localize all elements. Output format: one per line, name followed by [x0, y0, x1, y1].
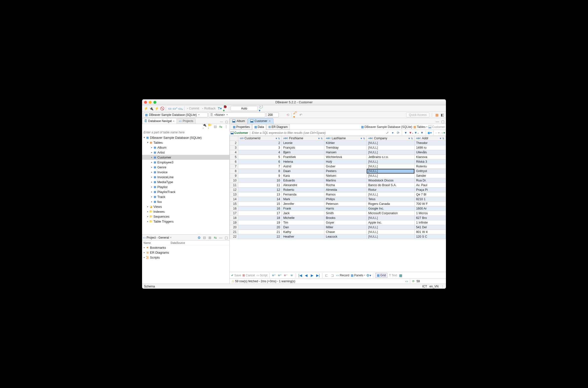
- debug-icon[interactable]: 🐞▾: [223, 106, 228, 111]
- close-icon[interactable]: ✕: [269, 120, 271, 123]
- panels-button[interactable]: ▦Panels ▾: [351, 274, 365, 277]
- filter-apply-icon[interactable]: ▼: [404, 131, 408, 135]
- transaction-mode-icon[interactable]: T▾: [218, 106, 222, 111]
- tree-tables-folder[interactable]: ▼▦Tables: [142, 140, 229, 145]
- column-header-company[interactable]: ABCCompany▼⇅: [367, 136, 415, 141]
- table-row[interactable]: 1919TimGoyerApple Inc.1 Infinite: [230, 220, 446, 225]
- history-icon[interactable]: 🕘▾: [259, 106, 263, 111]
- new-connection-icon[interactable]: 🔌: [149, 106, 153, 111]
- tree-table-invoice[interactable]: ▸▦Invoice: [142, 170, 229, 174]
- history-dropdown-icon[interactable]: ▾: [390, 131, 395, 135]
- rownum-header[interactable]: [230, 136, 238, 141]
- tree-table-playlist[interactable]: ▸▦Playlist: [142, 184, 229, 189]
- order-icon[interactable]: ◉▾: [427, 131, 432, 135]
- first-page-icon[interactable]: |◀: [298, 273, 302, 278]
- schema-selector[interactable]: 🗄<None>▼: [209, 112, 265, 117]
- editor-tab-album[interactable]: Album: [230, 118, 248, 124]
- tree-folder-table-triggers[interactable]: ▸📁Table Triggers: [142, 219, 229, 224]
- table-row[interactable]: 1010EduardoMartinsWoodstock DiscosRua Dr…: [230, 178, 446, 183]
- perspective-default-icon[interactable]: ◧: [440, 113, 444, 117]
- table-row[interactable]: 1818MichelleBrooks[NULL]627 Bro: [230, 216, 446, 220]
- filter-settings-icon[interactable]: ▼: [420, 131, 424, 135]
- tree-table-customer[interactable]: ▸▦Customer: [142, 155, 229, 160]
- refresh-icon[interactable]: ⟳: [396, 131, 400, 135]
- export-icon[interactable]: ▦: [399, 273, 403, 278]
- isolation-level-input[interactable]: [230, 106, 258, 111]
- nav-forward-icon[interactable]: →▾: [440, 131, 445, 135]
- minimize-view-icon[interactable]: —: [435, 119, 439, 124]
- refresh-icon[interactable]: ⟳: [412, 280, 415, 283]
- fetch-size-icon[interactable]: ⊏: [324, 273, 329, 278]
- tree-table-invoiceline[interactable]: ▸▦InvoiceLine: [142, 174, 229, 179]
- config-icon[interactable]: ⚙▾: [366, 273, 371, 278]
- minimize-view-icon[interactable]: —: [219, 235, 223, 240]
- row-limit-input[interactable]: [266, 112, 279, 117]
- column-header-addr[interactable]: ABCAddr▼⇅: [414, 136, 446, 141]
- nav-connect-icon[interactable]: 🔌⁺: [202, 124, 207, 129]
- nav-collapse-icon[interactable]: ⊟: [213, 124, 218, 129]
- close-icon[interactable]: ✕: [170, 236, 172, 239]
- nav-new-folder-icon[interactable]: 📁⁺: [208, 124, 212, 129]
- maximize-view-icon[interactable]: ▢: [224, 235, 229, 240]
- rollback-button[interactable]: ▫Rollback: [201, 107, 217, 110]
- column-header-lastname[interactable]: ABCLastName▼⇅: [324, 136, 367, 141]
- tree-folder-indexes[interactable]: ▸📁Indexes: [142, 209, 229, 214]
- tab-database-navigator[interactable]: 🗄Database Navigat✕: [142, 118, 177, 124]
- quick-access-input[interactable]: Quick Access: [406, 112, 429, 117]
- tree-table-mediatype[interactable]: ▸▦MediaType: [142, 179, 229, 184]
- table-row[interactable]: 1313FernandaRamos[NULL]Qe 7 Bl: [230, 192, 446, 197]
- datasource-selector[interactable]: ▦DBeaver Sample Database (SQLite)▼: [144, 112, 208, 117]
- row-count-icon[interactable]: ▭: [405, 280, 408, 283]
- maximize-view-icon[interactable]: ▢: [440, 119, 445, 124]
- tree-views-folder[interactable]: ▸◪Views: [142, 204, 229, 209]
- expand-icon[interactable]: ⤢: [385, 131, 389, 135]
- subtab-properties[interactable]: ▦Properties: [230, 124, 252, 130]
- record-mode-button[interactable]: ▭Record: [336, 274, 349, 277]
- nav-link-icon[interactable]: ⇆: [219, 124, 223, 129]
- tree-folder-sequences[interactable]: ▸📁Sequences: [142, 214, 229, 219]
- add-icon[interactable]: ⊞: [208, 235, 212, 240]
- prev-page-icon[interactable]: ◀: [304, 273, 308, 278]
- sql-editor-recent-icon[interactable]: ▭ᵥ: [178, 106, 183, 111]
- add-row-icon[interactable]: ≡⁺: [272, 273, 276, 278]
- script-button[interactable]: ▭Script: [256, 274, 268, 277]
- delete-row-icon[interactable]: ≡⁻: [283, 273, 288, 278]
- table-row[interactable]: 77AstridGruber[NULL]Rotentu: [230, 164, 446, 169]
- table-row[interactable]: 1515JenniferPetersonRogers Canada700 W F: [230, 202, 446, 206]
- navigator-tree[interactable]: ▼▦DBeaver Sample Database (SQLite) ▼▦Tab…: [142, 135, 229, 224]
- tree-table-genre[interactable]: ▸▦Genre: [142, 165, 229, 170]
- project-item-bookmarks[interactable]: ▸★Bookmarks: [142, 245, 229, 250]
- duplicate-row-icon[interactable]: ≡⁺: [278, 273, 282, 278]
- connect-icon[interactable]: ⚡: [144, 106, 148, 111]
- editor-tab-customer[interactable]: Customer ✕: [248, 118, 274, 124]
- table-row[interactable]: 22LeonieKöhler[NULL]Theodor: [230, 141, 446, 146]
- tree-table-artist[interactable]: ▸▦Artist: [142, 150, 229, 155]
- link-icon[interactable]: ⇆: [213, 235, 218, 240]
- table-row[interactable]: 1414MarkPhilipsTelus8210 1: [230, 197, 446, 202]
- maximize-view-icon[interactable]: ▢: [225, 120, 229, 124]
- subtab-data[interactable]: ▦Data: [252, 124, 266, 130]
- table-row[interactable]: 2121KathyChase[NULL]801 W 4: [230, 230, 446, 234]
- tree-table-employee3[interactable]: ▸▦Employee3: [142, 160, 229, 165]
- column-header-customerid[interactable]: 123CustomerId▼⇅: [238, 136, 282, 141]
- column-header-firstname[interactable]: ABCFirstName▼⇅: [282, 136, 324, 141]
- tree-table-foo[interactable]: ▸▦foo: [142, 199, 229, 204]
- table-row[interactable]: 1616FrankHarrisGoogle Inc.1600 Ar: [230, 206, 446, 211]
- invalidate-icon[interactable]: 🚫: [160, 106, 164, 111]
- table-row[interactable]: 66HelenaHolý[NULL]Rilská 3: [230, 160, 446, 164]
- nav-back-icon[interactable]: ←▾: [435, 131, 439, 135]
- sql-editor-icon[interactable]: ▭: [167, 106, 172, 111]
- disconnect-icon[interactable]: ⚡: [154, 106, 159, 111]
- perspective-icon[interactable]: ▦: [435, 113, 439, 117]
- tree-table-playlisttrack[interactable]: ▸▦PlaylistTrack: [142, 189, 229, 194]
- last-page-icon[interactable]: ▶|: [316, 273, 320, 278]
- close-icon[interactable]: ✕: [173, 120, 175, 122]
- edit-row-icon[interactable]: ≡: [289, 273, 294, 278]
- tx-log-icon[interactable]: ⟲: [286, 113, 290, 117]
- save-button[interactable]: ✔Save: [231, 274, 241, 277]
- table-row[interactable]: 44BjørnHansen[NULL]Ullevåls: [230, 150, 446, 155]
- collapse-icon[interactable]: ⊟: [202, 235, 207, 240]
- tab-projects[interactable]: ▭Projects: [177, 118, 195, 124]
- sql-editor-new-icon[interactable]: ▭⁺: [173, 106, 177, 111]
- table-row[interactable]: 1717JackSmithMicrosoft Corporation1 Micr…: [230, 211, 446, 216]
